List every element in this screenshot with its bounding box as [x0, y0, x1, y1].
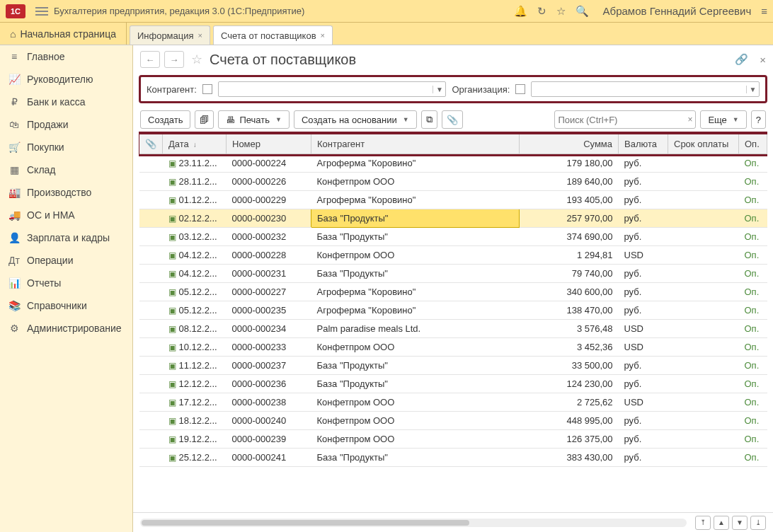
document-icon: ▣ — [168, 195, 176, 205]
sidebar-label: Покупки — [27, 141, 64, 153]
sidebar-item-4[interactable]: 🛒Покупки — [0, 136, 132, 158]
table-row[interactable]: ▣28.11.2...0000-000226Конфетпром ООО189 … — [139, 173, 767, 191]
document-icon: ▣ — [168, 306, 176, 316]
print-button[interactable]: 🖶 Печать▼ — [218, 110, 290, 129]
copy-button[interactable]: 🗐 — [195, 110, 214, 129]
home-icon: ⌂ — [10, 28, 16, 40]
close-page-icon[interactable]: × — [760, 54, 766, 66]
table-row[interactable]: ▣17.12.2...0000-000238Конфетпром ООО2 72… — [139, 393, 767, 412]
organization-combo[interactable]: ▼ — [531, 81, 760, 97]
organization-checkbox[interactable] — [515, 84, 525, 94]
link-icon[interactable]: 🔗 — [735, 53, 748, 66]
tab-supplier-invoices[interactable]: Счета от поставщиков × — [213, 25, 333, 45]
sidebar-item-3[interactable]: 🛍Продажи — [0, 113, 132, 136]
sidebar-item-8[interactable]: 👤Зарплата и кадры — [0, 226, 132, 249]
document-icon: ▣ — [168, 416, 176, 426]
create-based-button[interactable]: Создать на основании▼ — [294, 110, 417, 129]
search-icon[interactable]: 🔍 — [576, 5, 589, 18]
sidebar-item-0[interactable]: ≡Главное — [0, 45, 132, 68]
tab-information[interactable]: Информация × — [130, 25, 210, 45]
organization-input[interactable] — [532, 84, 746, 95]
sidebar-item-6[interactable]: 🏭Производство — [0, 181, 132, 204]
user-name[interactable]: Абрамов Геннадий Сергеевич — [603, 5, 752, 17]
sidebar-item-10[interactable]: 📊Отчеты — [0, 272, 132, 294]
table-row[interactable]: ▣11.12.2...0000-000237База "Продукты"33 … — [139, 357, 767, 375]
sidebar-icon: 🛍 — [8, 119, 20, 130]
table-row[interactable]: ▣12.12.2...0000-000236База "Продукты"124… — [139, 375, 767, 393]
sidebar-label: ОС и НМА — [27, 209, 75, 221]
content-header: ← → ☆ Счета от поставщиков 🔗 × — [133, 45, 773, 74]
sidebar-item-5[interactable]: ▦Склад — [0, 158, 132, 181]
table-row[interactable]: ▣08.12.2...0000-000234Palm paradise meal… — [139, 320, 767, 338]
table-row[interactable]: ▣18.12.2...0000-000240Конфетпром ООО448 … — [139, 412, 767, 430]
document-icon: ▣ — [168, 379, 176, 389]
table-row[interactable]: ▣25.12.2...0000-000241База "Продукты"383… — [139, 449, 767, 467]
table-row[interactable]: ▣05.12.2...0000-000235Агроферма "Коровин… — [139, 301, 767, 320]
counterparty-combo[interactable]: ▼ — [218, 81, 447, 97]
sidebar-icon: 👤 — [8, 232, 20, 243]
col-sum[interactable]: Сумма — [520, 134, 619, 154]
sidebar-icon: 📚 — [8, 300, 20, 311]
history-icon[interactable]: ↻ — [537, 5, 546, 18]
table-row[interactable]: ▣05.12.2...0000-000227Агроферма "Коровин… — [139, 283, 767, 301]
horizontal-scrollbar[interactable] — [140, 519, 687, 527]
create-button[interactable]: Создать — [140, 110, 190, 129]
sidebar-icon: ₽ — [8, 96, 20, 108]
table-wrap: 📎 Дата↓ Номер Контрагент Сумма Валюта Ср… — [139, 132, 767, 512]
table-row[interactable]: ▣02.12.2...0000-000230База "Продукты"257… — [139, 209, 767, 228]
clear-search-icon[interactable]: × — [687, 115, 692, 125]
favorite-icon[interactable]: ☆ — [191, 52, 202, 67]
sidebar-item-2[interactable]: ₽Банк и касса — [0, 91, 132, 113]
table-header-row: 📎 Дата↓ Номер Контрагент Сумма Валюта Ср… — [139, 134, 767, 154]
menu-icon[interactable] — [35, 5, 48, 18]
toolbar: Создать 🗐 🖶 Печать▼ Создать на основании… — [133, 108, 773, 132]
scroll-up-button[interactable]: ▲ — [714, 516, 729, 530]
sidebar-label: Банк и касса — [27, 96, 85, 108]
col-currency[interactable]: Валюта — [619, 134, 668, 154]
table-row[interactable]: ▣04.12.2...0000-000231База "Продукты"79 … — [139, 265, 767, 283]
star-icon[interactable]: ☆ — [556, 5, 566, 18]
table-row[interactable]: ▣19.12.2...0000-000239Конфетпром ООО126 … — [139, 430, 767, 449]
close-icon[interactable]: × — [321, 31, 325, 40]
home-tab-label: Начальная страница — [20, 28, 115, 40]
search-box[interactable]: × — [554, 110, 696, 129]
bell-icon[interactable]: 🔔 — [514, 5, 527, 18]
scroll-down-button[interactable]: ▼ — [732, 516, 748, 530]
more-button[interactable]: Еще▼ — [700, 110, 746, 129]
titlebar-menu-icon[interactable]: ≡ — [761, 5, 767, 17]
sidebar-item-9[interactable]: ДтОперации — [0, 249, 132, 272]
table-row[interactable]: ▣01.12.2...0000-000229Агроферма "Коровин… — [139, 191, 767, 209]
close-icon[interactable]: × — [198, 31, 202, 40]
col-attach[interactable]: 📎 — [139, 134, 163, 154]
forward-button[interactable]: → — [164, 51, 184, 68]
col-number[interactable]: Номер — [227, 134, 311, 154]
sidebar-item-7[interactable]: 🚚ОС и НМА — [0, 204, 132, 226]
attach-button[interactable]: 📎 — [442, 110, 463, 129]
counterparty-checkbox[interactable] — [202, 84, 212, 94]
document-icon: ▣ — [168, 177, 176, 187]
dropdown-icon[interactable]: ▼ — [746, 86, 759, 93]
help-button[interactable]: ? — [751, 110, 766, 129]
scroll-top-button[interactable]: ⤒ — [695, 516, 711, 530]
document-icon: ▣ — [168, 250, 176, 260]
col-due[interactable]: Срок оплаты — [668, 134, 739, 154]
search-input[interactable] — [558, 115, 687, 125]
table-row[interactable]: ▣04.12.2...0000-000228Конфетпром ООО1 29… — [139, 246, 767, 265]
back-button[interactable]: ← — [140, 51, 160, 68]
col-counterparty[interactable]: Контрагент — [311, 134, 520, 154]
table-row[interactable]: ▣10.12.2...0000-000233Конфетпром ООО3 45… — [139, 338, 767, 357]
home-tab[interactable]: ⌂ Начальная страница — [0, 23, 127, 45]
table-row[interactable]: ▣03.12.2...0000-000232База "Продукты"374… — [139, 228, 767, 246]
table-row[interactable]: ▣23.11.2...0000-000224Агроферма "Коровин… — [139, 154, 767, 173]
document-icon: ▣ — [168, 342, 176, 352]
scroll-bottom-button[interactable]: ⤓ — [750, 516, 766, 530]
sidebar-item-12[interactable]: ⚙Администрирование — [0, 317, 132, 340]
structure-button[interactable]: ⧉ — [421, 110, 437, 129]
document-icon: ▣ — [168, 232, 176, 242]
sidebar-item-11[interactable]: 📚Справочники — [0, 294, 132, 317]
counterparty-input[interactable] — [219, 84, 433, 95]
sidebar-item-1[interactable]: 📈Руководителю — [0, 68, 132, 91]
dropdown-icon[interactable]: ▼ — [433, 86, 445, 93]
col-date[interactable]: Дата↓ — [163, 134, 227, 154]
col-status[interactable]: Оп. — [739, 134, 767, 154]
